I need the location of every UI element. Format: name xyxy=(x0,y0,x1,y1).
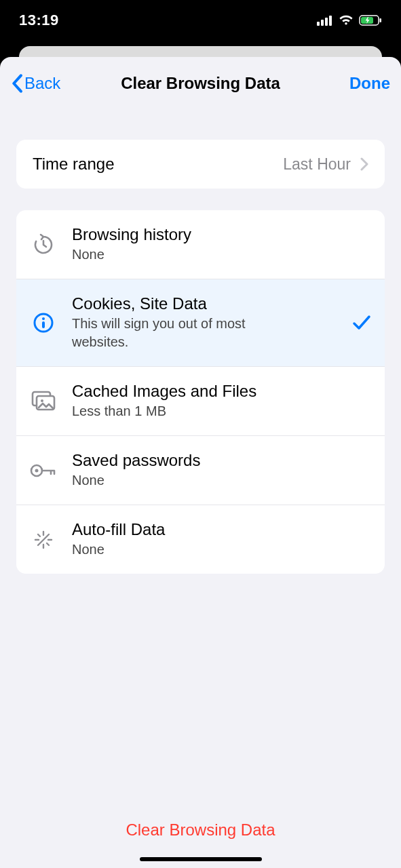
svg-point-12 xyxy=(41,399,43,402)
status-icons xyxy=(317,15,382,26)
status-bar: 13:19 xyxy=(0,0,401,41)
status-time: 13:19 xyxy=(19,12,59,29)
history-icon xyxy=(30,231,57,258)
row-browsing-history[interactable]: Browsing history None xyxy=(16,210,385,279)
row-autofill[interactable]: Auto-fill Data None xyxy=(16,505,385,574)
modal-sheet: Back Clear Browsing Data Done Time range… xyxy=(0,57,401,868)
row-cached-images[interactable]: Cached Images and Files Less than 1 MB xyxy=(16,366,385,435)
row-subtitle: None xyxy=(72,471,289,490)
back-button[interactable]: Back xyxy=(11,74,60,93)
row-subtitle: None xyxy=(72,245,289,264)
row-subtitle: Less than 1 MB xyxy=(72,402,289,420)
svg-rect-6 xyxy=(380,18,382,22)
battery-charging-icon xyxy=(359,15,382,26)
time-range-row[interactable]: Time range Last Hour xyxy=(16,140,385,189)
page-title: Clear Browsing Data xyxy=(121,74,280,93)
data-types-group: Browsing history None Cookies, Site Data… xyxy=(16,210,385,574)
row-title: Cached Images and Files xyxy=(72,382,371,401)
time-range-group: Time range Last Hour xyxy=(16,140,385,189)
chevron-right-icon xyxy=(360,157,368,171)
svg-rect-3 xyxy=(329,16,332,26)
row-subtitle: This will sign you out of most websites. xyxy=(72,315,289,351)
wifi-icon xyxy=(339,15,354,26)
row-title: Auto-fill Data xyxy=(72,520,371,539)
home-indicator[interactable] xyxy=(140,857,262,861)
row-saved-passwords[interactable]: Saved passwords None xyxy=(16,435,385,505)
svg-rect-1 xyxy=(321,20,324,26)
row-subtitle: None xyxy=(72,540,289,559)
images-icon xyxy=(30,388,57,415)
svg-point-8 xyxy=(42,317,45,320)
chevron-left-icon xyxy=(11,74,23,93)
time-range-label: Time range xyxy=(33,155,283,174)
autofill-icon xyxy=(30,526,57,553)
key-icon xyxy=(30,457,57,484)
cellular-icon xyxy=(317,15,333,26)
back-label: Back xyxy=(24,74,60,93)
info-icon xyxy=(30,309,57,336)
time-range-value: Last Hour xyxy=(283,155,351,174)
svg-rect-0 xyxy=(317,22,320,26)
svg-rect-2 xyxy=(325,18,328,26)
clear-browsing-data-button[interactable]: Clear Browsing Data xyxy=(0,821,401,840)
row-title: Cookies, Site Data xyxy=(72,294,352,313)
done-button[interactable]: Done xyxy=(349,74,390,93)
row-title: Browsing history xyxy=(72,225,371,244)
row-cookies[interactable]: Cookies, Site Data This will sign you ou… xyxy=(16,279,385,366)
content: Time range Last Hour Browsing history No… xyxy=(0,110,401,868)
svg-rect-9 xyxy=(42,321,45,328)
row-title: Saved passwords xyxy=(72,451,371,470)
svg-point-14 xyxy=(35,469,39,472)
nav-bar: Back Clear Browsing Data Done xyxy=(0,57,401,110)
checkmark-icon xyxy=(352,315,371,331)
